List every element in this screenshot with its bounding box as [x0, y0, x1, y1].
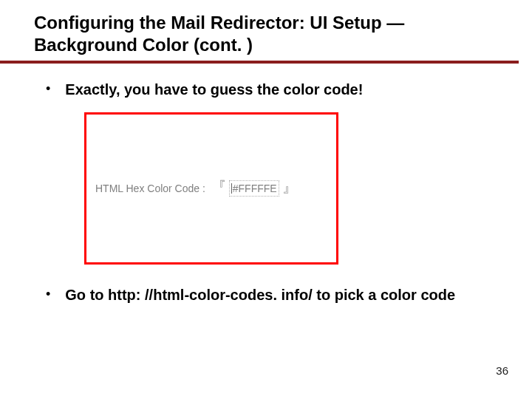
slide: Configuring the Mail Redirector: UI Setu… — [0, 0, 532, 399]
bullet-item: • Exactly, you have to guess the color c… — [46, 80, 511, 99]
hex-code-label: HTML Hex Color Code : — [95, 183, 208, 194]
bullet-text-1: Exactly, you have to guess the color cod… — [65, 80, 363, 99]
close-bracket-icon: 』 — [282, 177, 297, 197]
bullet-icon: • — [46, 287, 50, 303]
hex-code-input[interactable]: #FFFFFE — [229, 180, 279, 197]
slide-title: Configuring the Mail Redirector: UI Setu… — [34, 12, 511, 56]
hex-code-snippet: HTML Hex Color Code : 『 #FFFFFE 』 — [95, 179, 297, 199]
screenshot-block: HTML Hex Color Code : 『 #FFFFFE 』 — [84, 112, 511, 265]
bullet-icon: • — [46, 81, 50, 98]
page-number: 36 — [496, 364, 508, 377]
open-bracket-icon: 『 — [211, 177, 226, 197]
bullet-text-2: Go to http: //html-color-codes. info/ to… — [65, 285, 455, 304]
bullet-item: • Go to http: //html-color-codes. info/ … — [46, 285, 511, 304]
screenshot-frame: HTML Hex Color Code : 『 #FFFFFE 』 — [84, 112, 338, 265]
slide-body: • Exactly, you have to guess the color c… — [34, 64, 511, 304]
hex-code-value: #FFFFFE — [233, 183, 277, 194]
text-caret-icon — [231, 183, 232, 194]
